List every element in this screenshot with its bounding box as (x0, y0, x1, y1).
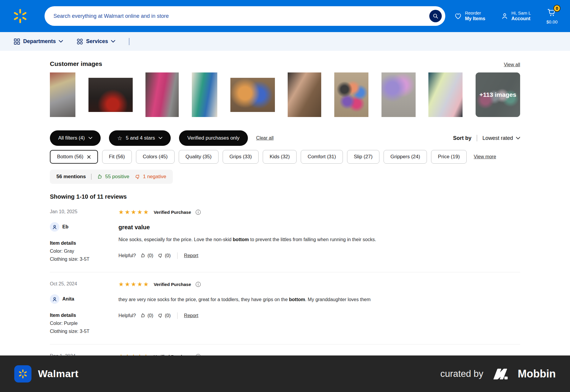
person-icon (52, 296, 57, 302)
search-input[interactable] (45, 6, 445, 26)
thumb-down-icon (134, 174, 140, 180)
page-footer: Walmart curated by Mobbin (0, 355, 570, 392)
reorder-my-items[interactable]: Reorder My Items (454, 10, 485, 22)
cart-total: $0.00 (546, 19, 558, 24)
topic-chip[interactable]: Comfort (31) (301, 150, 343, 164)
sort-by-label: Sort by (453, 135, 471, 141)
topic-chip[interactable]: Grips (33) (223, 150, 259, 164)
info-icon[interactable] (195, 282, 201, 287)
thumbs-up-button[interactable]: (0) (140, 313, 153, 318)
mobbin-label: Mobbin (518, 368, 556, 380)
star-rating: ★★★★★ (118, 281, 150, 287)
chevron-down-icon (59, 40, 63, 43)
review-text: Nice socks, especially for the price. Lo… (118, 236, 395, 244)
heart-icon (454, 12, 462, 20)
customer-images-title: Customer images (50, 60, 102, 67)
review-date: Oct 25, 2024 (50, 281, 118, 287)
item-details-label: Item details (50, 241, 118, 246)
view-more-link[interactable]: View more (474, 154, 496, 159)
curated-by: curated by Mobbin (440, 366, 556, 382)
chevron-down-icon (516, 137, 520, 140)
verified-purchase-label: Verified Purchase (154, 282, 191, 287)
customer-image-thumbnail[interactable] (192, 72, 217, 117)
app-header: Reorder My Items Hi, Sam L Account (0, 0, 570, 32)
person-icon (52, 224, 57, 230)
chevron-down-icon (159, 137, 162, 139)
my-items-label: My Items (465, 16, 485, 22)
customer-image-thumbnail[interactable] (88, 78, 133, 112)
review-actions: Helpful? (0) (0) Report (118, 252, 520, 259)
more-images-count: +113 images (476, 72, 520, 117)
thumbs-down-button[interactable]: (0) (157, 313, 171, 318)
negative-mentions: 1 negative (134, 174, 166, 180)
more-images-thumbnail[interactable]: +113 images (476, 72, 520, 117)
sort-control: Sort by Lowest rated (453, 135, 520, 141)
walmart-logo-icon[interactable] (12, 8, 28, 24)
topic-chip[interactable]: Fit (56) (102, 150, 132, 164)
topic-chip[interactable]: Quality (35) (179, 150, 218, 164)
filter-bar: All filters (4) ☆ 5 and 4 stars Verified… (50, 130, 520, 146)
review-title: great value (118, 224, 520, 231)
customer-image-thumbnail[interactable] (334, 72, 368, 117)
review-date: Jan 10, 2025 (50, 209, 118, 214)
star-rating-filter-button[interactable]: ☆ 5 and 4 stars (109, 130, 171, 146)
services-menu[interactable]: Services (77, 38, 115, 45)
search-button[interactable] (429, 10, 442, 22)
thumbs-up-button[interactable]: (0) (140, 253, 153, 258)
customer-image-thumbnail[interactable] (381, 72, 416, 117)
thumb-down-icon (157, 253, 163, 258)
customer-image-thumbnail[interactable] (288, 72, 321, 117)
account-menu[interactable]: Hi, Sam L Account (501, 10, 531, 22)
review-item: Oct 25, 2024 Anita Item details Color: P… (50, 272, 520, 344)
topic-chip[interactable]: Colors (45) (136, 150, 175, 164)
account-label: Account (512, 16, 531, 22)
all-filters-button[interactable]: All filters (4) (50, 130, 101, 146)
info-icon[interactable] (195, 209, 201, 215)
topic-chip[interactable]: Price (19) (431, 150, 467, 164)
services-label: Services (86, 38, 108, 45)
person-icon (501, 12, 509, 20)
header-actions: Reorder My Items Hi, Sam L Account (454, 8, 558, 24)
report-link[interactable]: Report (184, 253, 198, 258)
review-body-column: ★★★★★ Verified Purchase great value Nice… (118, 209, 520, 262)
thumb-up-icon (97, 174, 103, 180)
departments-label: Departments (23, 38, 56, 45)
actions-divider (177, 312, 178, 319)
sort-dropdown[interactable]: Lowest rated (482, 135, 520, 141)
walmart-app-icon (14, 365, 31, 382)
topic-chip[interactable]: Kids (32) (263, 150, 297, 164)
cart-button[interactable]: 0 $0.00 (546, 8, 558, 24)
thumbs-down-button[interactable]: (0) (157, 253, 171, 258)
walmart-reviews-page: Reorder My Items Hi, Sam L Account (0, 0, 570, 392)
search-bar (45, 6, 445, 26)
departments-menu[interactable]: Departments (14, 38, 63, 45)
item-color: Color: Gray (50, 249, 118, 254)
verified-purchases-filter-button[interactable]: Verified purchases only (179, 130, 248, 146)
review-meta-column: Jan 10, 2025 Eb Item details Color: Gray… (50, 209, 118, 262)
customer-image-thumbnail[interactable] (145, 72, 179, 117)
topic-chip[interactable]: Slip (27) (347, 150, 379, 164)
close-icon[interactable] (87, 155, 91, 159)
star-rating: ★★★★★ (118, 209, 150, 215)
mobbin-logo-icon (491, 366, 510, 382)
thumb-up-icon (140, 313, 146, 318)
actions-divider (177, 252, 178, 259)
view-all-link[interactable]: View all (504, 62, 520, 67)
mentions-summary: 56 mentions 55 positive 1 negative (50, 170, 173, 184)
nav-divider (129, 38, 129, 45)
customer-image-thumbnail[interactable] (50, 72, 75, 117)
item-size: Clothing size: 3-5T (50, 329, 118, 334)
item-size: Clothing size: 3-5T (50, 257, 118, 262)
cart-count-badge: 0 (553, 5, 560, 12)
search-icon (432, 13, 439, 19)
topic-chip[interactable]: Bottom (56) (50, 150, 98, 164)
report-link[interactable]: Report (184, 313, 198, 318)
review-author: Anita (50, 294, 118, 304)
walmart-footer-label: Walmart (38, 368, 78, 380)
mentions-divider (91, 174, 91, 180)
topic-chip[interactable]: Grippers (24) (384, 150, 427, 164)
customer-image-thumbnail[interactable] (230, 78, 275, 112)
avatar (50, 222, 59, 232)
clear-all-link[interactable]: Clear all (256, 135, 274, 141)
customer-image-thumbnail[interactable] (428, 72, 463, 117)
